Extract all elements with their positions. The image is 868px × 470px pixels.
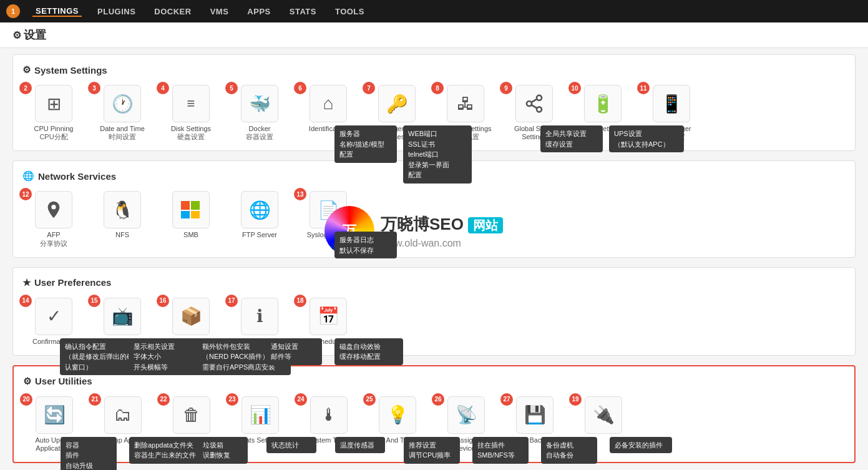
system-settings-section: ⚙ System Settings 2 ⊞ CPU PinningCPU分配 3…: [12, 54, 856, 151]
nfs-item[interactable]: 🐧 NFS: [91, 191, 154, 247]
nav-plugins[interactable]: PLUGINS: [94, 7, 139, 16]
plugin-tooltip: 必备安装的插件: [610, 437, 672, 454]
vm-backup-item[interactable]: 27 💾 VM Backup 备份虚机自动备份: [504, 396, 566, 453]
cpu-pinning-item[interactable]: 2 ⊞ CPU PinningCPU分配: [22, 85, 85, 141]
recycle-icon: 🗑: [173, 396, 210, 434]
docker-label: Docker容器设置: [246, 125, 273, 141]
badge-3: 3: [88, 82, 100, 94]
system-temp-item[interactable]: 24 🌡 System Temp 温度传感器: [298, 396, 360, 453]
scheduler-tooltip: 磁盘自动效验缓存移动配置: [334, 338, 403, 365]
nav-apps[interactable]: APPS: [244, 7, 273, 16]
system-temp-icon: 🌡: [310, 396, 348, 434]
badge-10: 10: [568, 82, 581, 94]
svg-line-3: [531, 105, 537, 108]
plugin-icon: 🔌: [585, 396, 622, 434]
cleanup-item[interactable]: 21 🗂 Cleanup Appdata 删除appdata文件夹容器生产出来的…: [92, 396, 154, 453]
docker-item[interactable]: 5 🐳 Docker容器设置: [228, 85, 291, 141]
nav-stats[interactable]: STATS: [286, 7, 319, 16]
global-share-item[interactable]: 9 Global Share Settings 全局共享设置缓存设置: [503, 85, 565, 141]
nfs-icon: 🐧: [104, 191, 141, 228]
system-settings-grid: 2 ⊞ CPU PinningCPU分配 3 🕐 Date and Time时间…: [22, 85, 846, 141]
svg-line-4: [531, 99, 537, 102]
syslog-item[interactable]: 13 📄 Syslog Server 服务器日志默认不保存: [297, 191, 359, 247]
stats-settings-item[interactable]: 23 📊 Stats Settings 状态统计: [229, 396, 291, 453]
ups-settings-icon: 🔋: [584, 85, 622, 122]
badge-13: 13: [294, 188, 306, 200]
badge-12: 12: [19, 188, 32, 200]
badge-27: 27: [500, 393, 513, 406]
auto-update-icon: 🔄: [36, 396, 73, 434]
network-settings-item[interactable]: 8 🖧 Network Settings网络配置: [434, 85, 497, 141]
user-utilities-header: ⚙ User Utilities: [23, 376, 845, 387]
user-utilities-section: ⚙ User Utilities 20 🔄 Auto Update Applic…: [12, 365, 856, 463]
tips-tweaks-item[interactable]: 25 💡 Tips And Tweaks 推荐设置调节CPU频率: [366, 396, 429, 453]
date-time-item[interactable]: 3 🕐 Date and Time时间设置: [91, 85, 154, 141]
badge-15: 15: [88, 295, 100, 307]
nav-docker[interactable]: DOCKER: [151, 7, 194, 16]
unassigned-item[interactable]: 26 📡 Unassigned Devices 挂在插件SMB/NFS等: [435, 396, 497, 453]
nav-tools[interactable]: TOOLS: [332, 7, 368, 16]
badge-14: 14: [19, 295, 32, 307]
confirmations-item[interactable]: 14 ✓ Confirmations 确认指令配置（就是修改后弹出的确认窗口）: [22, 298, 85, 346]
preferences-star-icon: ★: [22, 277, 31, 288]
svg-point-2: [537, 107, 542, 112]
svg-rect-5: [181, 201, 190, 210]
badge-7: 7: [363, 82, 375, 94]
auto-update-label: Auto Update Applications: [23, 436, 85, 453]
recycle-item[interactable]: 22 🗑 Recycle Bin 垃圾箱误删恢复: [160, 396, 223, 453]
stats-settings-label: Stats Settings: [239, 436, 281, 444]
smb-item[interactable]: SMB: [160, 191, 222, 247]
vm-manager-item[interactable]: 11 📱 VM Manager虚机配置: [640, 85, 703, 141]
disk-settings-label: Disk Settings硬盘设置: [171, 125, 211, 141]
nerd-pack-item[interactable]: 16 📦 Nerd Pack 额外软件包安装（NERD PACK插件）需要自行A…: [160, 298, 222, 346]
badge-9: 9: [500, 82, 512, 94]
disk-settings-item[interactable]: 4 ≡ Disk Settings硬盘设置: [160, 85, 222, 141]
user-preferences-section: ★ User Preferences 14 ✓ Confirmations 确认…: [12, 267, 856, 356]
ups-settings-item[interactable]: 10 🔋 UPS Settings UPS设置（默认支持APC）: [572, 85, 634, 141]
nav-vms[interactable]: VMS: [207, 7, 232, 16]
badge-18: 18: [294, 295, 306, 307]
network-settings-label: Network Settings网络配置: [439, 125, 491, 141]
notification-label: Notification Settings: [229, 338, 290, 346]
disk-settings-icon: ≡: [172, 85, 210, 122]
badge-8: 8: [431, 82, 444, 94]
nav-logo: 1: [6, 4, 20, 18]
badge-4: 4: [157, 82, 169, 94]
management-access-item[interactable]: 7 🔑 Management Access WEB端口SSL证书telnet端口…: [366, 85, 428, 141]
ftp-label: FTP Server: [242, 231, 277, 239]
notification-item[interactable]: 17 ℹ Notification Settings 通知设置邮件等: [228, 298, 291, 346]
ftp-icon: 🌐: [241, 191, 278, 228]
ftp-item[interactable]: 🌐 FTP Server: [228, 191, 291, 247]
afp-icon: [35, 191, 72, 228]
display-settings-label: Display Settings: [98, 338, 147, 346]
badge-22: 22: [157, 393, 170, 406]
nerd-pack-icon: 📦: [172, 298, 210, 335]
badge-24: 24: [295, 393, 307, 406]
global-share-icon: [515, 85, 553, 122]
afp-item[interactable]: 12 AFP分享协议: [22, 191, 85, 247]
utilities-icon: ⚙: [23, 376, 31, 387]
vm-manager-icon: 📱: [653, 85, 690, 122]
identification-item[interactable]: 6 ⌂ Identification 服务器名称/描述/模型配置: [297, 85, 359, 141]
stats-settings-icon: 📊: [241, 396, 279, 434]
cleanup-label: Cleanup Appdata: [97, 436, 149, 444]
display-settings-item[interactable]: 15 📺 Display Settings 显示相关设置字体大小开头横幅等: [91, 298, 154, 346]
user-preferences-header: ★ User Preferences: [22, 277, 846, 288]
user-utilities-grid: 20 🔄 Auto Update Applications 容器插件自动升级 2…: [23, 396, 845, 453]
network-services-header: 🌐 Network Services: [22, 170, 846, 182]
badge-2: 2: [19, 82, 32, 94]
management-access-icon: 🔑: [378, 85, 416, 122]
scheduler-item[interactable]: 18 📅 Scheduler 磁盘自动效验缓存移动配置: [297, 298, 359, 346]
cpu-pinning-label: CPU PinningCPU分配: [34, 125, 74, 141]
global-share-label: Global Share Settings: [503, 125, 565, 141]
vm-backup-icon: 💾: [516, 396, 553, 434]
tips-tweaks-icon: 💡: [379, 396, 416, 434]
plugin-item[interactable]: 19 🔌 必备安装的插件: [572, 396, 635, 453]
svg-rect-7: [181, 211, 190, 218]
nav-settings[interactable]: SETTINGS: [32, 6, 82, 17]
scheduler-label: Scheduler: [313, 338, 344, 346]
top-nav: 1 SETTINGS PLUGINS DOCKER VMS APPS STATS…: [0, 0, 868, 22]
auto-update-item[interactable]: 20 🔄 Auto Update Applications 容器插件自动升级: [23, 396, 85, 453]
badge-20: 20: [20, 393, 32, 406]
display-settings-icon: 📺: [104, 298, 141, 335]
